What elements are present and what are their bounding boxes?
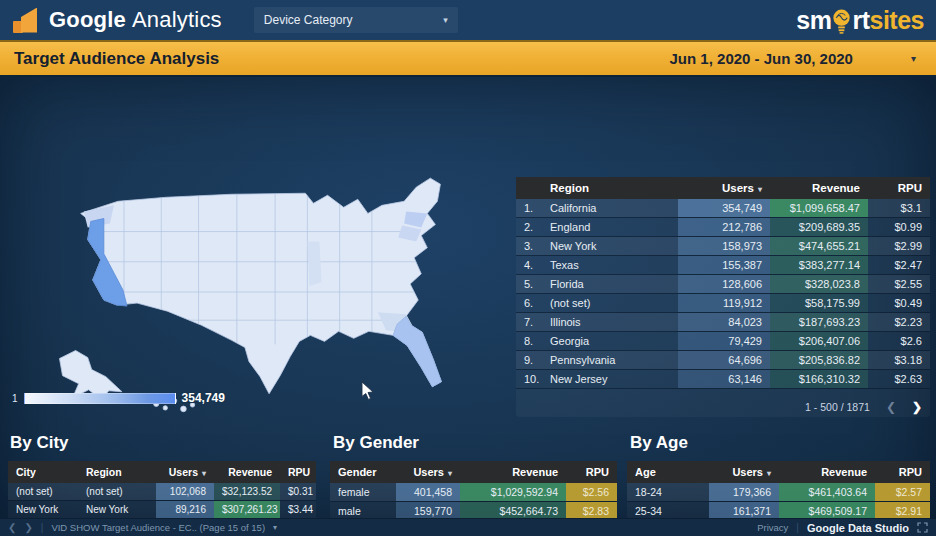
cell-region: (not set) — [78, 483, 156, 501]
cell-region: New York — [542, 237, 678, 256]
fullscreen-icon[interactable] — [917, 522, 928, 533]
smartsites-text-sm: sm — [796, 6, 831, 35]
dashboard: GoogleAnalytics Device Category ▾ sm rt … — [0, 0, 936, 536]
column-header-revenue[interactable]: Revenue — [214, 461, 280, 483]
report-page-selector[interactable]: VID SHOW Target Audience - EC.. (Page 15… — [51, 522, 265, 533]
cell-revenue: $461,403.64 — [779, 483, 875, 502]
next-page-icon[interactable]: ❯ — [912, 400, 922, 414]
column-header-revenue[interactable]: Revenue — [779, 461, 875, 483]
prev-page-icon[interactable]: ❮ — [886, 400, 896, 414]
device-category-filter[interactable]: Device Category ▾ — [254, 7, 458, 33]
column-header-rank[interactable] — [516, 177, 542, 199]
column-header-users[interactable]: Users▾ — [156, 461, 214, 483]
cell-region: Florida — [542, 275, 678, 294]
cell-users: 155,387 — [678, 256, 770, 275]
section-title-by-gender: By Gender — [333, 433, 419, 453]
cell-revenue: $206,407.06 — [770, 332, 868, 351]
cell-users: 128,606 — [678, 275, 770, 294]
column-header-region[interactable]: Region — [78, 461, 156, 483]
cell-rpu: $2.99 — [868, 237, 930, 256]
cell-rank: 3. — [516, 237, 542, 256]
cell-region: Pennsylvania — [542, 351, 678, 370]
column-header-users[interactable]: Users▾ — [678, 177, 770, 199]
mouse-cursor — [361, 381, 375, 400]
column-header-revenue[interactable]: Revenue — [460, 461, 566, 483]
cell-region: California — [542, 199, 678, 218]
column-header-revenue[interactable]: Revenue — [770, 177, 868, 199]
us-mainland-shape — [81, 178, 442, 394]
map-legend-gradient — [24, 393, 176, 404]
brand-text: GoogleAnalytics — [49, 7, 222, 33]
table-row: 2.England212,786$209,689.35$0.99 — [516, 218, 930, 237]
divider: | — [796, 522, 799, 533]
column-header-rpu[interactable]: RPU — [280, 461, 316, 483]
cell-rank: 4. — [516, 256, 542, 275]
column-header-rpu[interactable]: RPU — [566, 461, 617, 483]
cell-rpu: $0.31 — [280, 483, 316, 501]
date-range-label: Jun 1, 2020 - Jun 30, 2020 — [670, 50, 853, 67]
table-row: 8.Georgia79,429$206,407.06$2.6 — [516, 332, 930, 351]
cell-rpu: $3.44 — [280, 501, 316, 519]
cell-users: 89,216 — [156, 501, 214, 519]
cell-users: 212,786 — [678, 218, 770, 237]
date-range-picker[interactable]: Jun 1, 2020 - Jun 30, 2020 ▾ — [670, 50, 922, 67]
column-header-age[interactable]: Age — [627, 461, 709, 483]
sort-caret-icon: ▾ — [448, 469, 452, 478]
table-row: New YorkNew York89,216$307,261.23$3.44 — [8, 501, 316, 519]
cell-city: New York — [8, 501, 78, 519]
pagination-range: 1 - 500 / 1871 — [805, 401, 870, 413]
cell-region: Georgia — [542, 332, 678, 351]
column-header-users[interactable]: Users▾ — [709, 461, 779, 483]
cell-revenue: $32,123.52 — [214, 483, 280, 501]
gender-table: GenderUsers▾RevenueRPUfemale401,458$1,02… — [330, 461, 617, 521]
map-legend: 1 354,749 — [12, 391, 225, 405]
prev-report-page-icon[interactable]: ❮ — [8, 522, 16, 533]
page-title: Target Audience Analysis — [14, 49, 219, 69]
cell-region: New York — [78, 501, 156, 519]
cell-region: Texas — [542, 256, 678, 275]
table-row: 7.Illinois84,023$187,693.23$2.23 — [516, 313, 930, 332]
table-row: (not set)(not set)102,068$32,123.52$0.31 — [8, 483, 316, 501]
section-title-by-city: By City — [10, 433, 69, 453]
column-header-users[interactable]: Users▾ — [396, 461, 460, 483]
table-row: 5.Florida128,606$328,023.8$2.55 — [516, 275, 930, 294]
sort-caret-icon: ▾ — [767, 469, 771, 478]
cell-rpu: $2.56 — [566, 483, 617, 502]
google-analytics-logo: GoogleAnalytics — [12, 7, 222, 34]
privacy-link[interactable]: Privacy — [757, 522, 788, 533]
column-header-rpu[interactable]: RPU — [868, 177, 930, 199]
cell-region: (not set) — [542, 294, 678, 313]
google-data-studio-logo: Google Data Studio — [807, 522, 909, 534]
cell-rpu: $2.6 — [868, 332, 930, 351]
column-header-rpu[interactable]: RPU — [875, 461, 930, 483]
cell-rank: 5. — [516, 275, 542, 294]
cell-rank: 2. — [516, 218, 542, 237]
cell-gender: female — [330, 483, 396, 502]
cell-rank: 7. — [516, 313, 542, 332]
cell-revenue: $205,836.82 — [770, 351, 868, 370]
cell-revenue: $474,655.21 — [770, 237, 868, 256]
cell-revenue: $58,175.99 — [770, 294, 868, 313]
cell-users: 63,146 — [678, 370, 770, 389]
cell-rpu: $2.23 — [868, 313, 930, 332]
us-geo-map[interactable] — [4, 161, 510, 423]
region-table: RegionUsers▾RevenueRPU1.California354,74… — [516, 177, 930, 389]
title-bar: Target Audience Analysis Jun 1, 2020 - J… — [0, 40, 936, 77]
cell-revenue: $209,689.35 — [770, 218, 868, 237]
cell-rpu: $0.49 — [868, 294, 930, 313]
column-header-city[interactable]: City — [8, 461, 78, 483]
section-title-by-age: By Age — [630, 433, 688, 453]
cell-users: 84,023 — [678, 313, 770, 332]
bottom-bar: ❮ ❯ | VID SHOW Target Audience - EC.. (P… — [0, 518, 936, 536]
next-report-page-icon[interactable]: ❯ — [24, 522, 32, 533]
state-florida — [393, 316, 441, 387]
cell-rank: 1. — [516, 199, 542, 218]
table-row: 10.New Jersey63,146$166,310.32$2.63 — [516, 370, 930, 389]
table-row: 6.(not set)119,912$58,175.99$0.49 — [516, 294, 930, 313]
column-header-gender[interactable]: Gender — [330, 461, 396, 483]
cell-users: 119,912 — [678, 294, 770, 313]
cell-age: 18-24 — [627, 483, 709, 502]
table-row: 1.California354,749$1,099,658.47$3.1 — [516, 199, 930, 218]
column-header-region[interactable]: Region — [542, 177, 678, 199]
cell-users: 401,458 — [396, 483, 460, 502]
